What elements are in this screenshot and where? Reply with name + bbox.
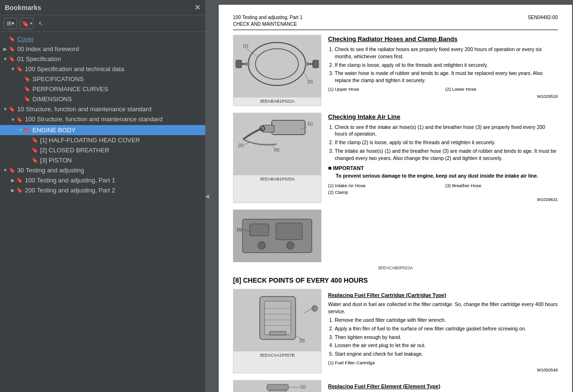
sidebar-item-01-spec[interactable]: ▼ 🔖 01 Specification — [0, 54, 205, 64]
sidebar-item-closed-breather[interactable]: 🔖 [2] CLOSED BREATHER — [0, 145, 205, 155]
big-section-heading: [8] CHECK POINTS OF EVERY 400 HOURS — [233, 276, 558, 286]
svg-text:(1): (1) — [243, 43, 248, 48]
expander-expanded: ▼ — [2, 168, 9, 173]
intake-steps: Check to see if the intake air hose(s) (… — [328, 124, 558, 161]
ref-item: (1) Upper Hose — [328, 86, 441, 92]
expander-expanded: ▼ — [2, 106, 9, 112]
expander-expanded: ▼ — [17, 127, 24, 133]
sidebar-item-label: 100 Structure, function and maintenance … — [25, 116, 203, 124]
doc-header-subtitle: CHECK AND MAINTENANCE — [233, 21, 302, 28]
sidebar-item-piston[interactable]: 🔖 [3] PISTON — [0, 155, 205, 165]
svg-rect-25 — [250, 224, 269, 236]
expand-all-button[interactable]: ⊞▾ — [4, 18, 17, 29]
fuel-element-image: (1) (2) (3) (4) (5) (6) 3EEABAB1P023A — [233, 380, 321, 392]
bookmark-icon: 🔖 — [9, 46, 15, 52]
sidebar-item-dimensions[interactable]: 🔖 DIMENSIONS — [0, 94, 205, 104]
svg-point-28 — [286, 242, 294, 249]
fuel-element-diagram: (1) (2) (3) (4) (5) (6) — [233, 381, 321, 392]
bookmarks-sidebar: Bookmarks ✕ ⊞▾ 🔖▾ ↖ 🔖 Cover ▶ 🔖 00 Index… — [0, 0, 205, 392]
engine-image-caption: 3EEACAB0P023A — [233, 264, 558, 272]
sidebar-item-cover[interactable]: 🔖 Cover — [0, 34, 205, 44]
expander-collapsed: ▶ — [2, 46, 9, 52]
sidebar-item-label: 100 Testing and adjusting, Part 1 — [25, 177, 203, 184]
svg-text:(1): (1) — [300, 384, 306, 389]
step-item: Check to see if the intake air hose(s) (… — [335, 124, 558, 138]
svg-rect-33 — [265, 301, 291, 335]
intake-image: (1) (2) (3) 3EEABAB1P025A — [233, 113, 321, 203]
ref-item: (2) Lower Hose — [446, 86, 558, 92]
bookmark-icon: 🔖 — [24, 127, 31, 133]
sidebar-item-label: 01 Specification — [17, 55, 203, 63]
sidebar-item-label: 200 Testing and adjusting, Part 2 — [25, 187, 203, 194]
sidebar-item-100-testing[interactable]: ▶ 🔖 100 Testing and adjusting, Part 1 — [0, 175, 205, 185]
sidebar-item-label: PERFORMANCE CURVES — [32, 85, 203, 93]
sidebar-item-label: SPECIFICATIONS — [32, 75, 203, 83]
important-square-icon: ■ — [328, 165, 331, 171]
sidebar-item-00-index[interactable]: ▶ 🔖 00 Index and foreword — [0, 44, 205, 54]
sidebar-item-100-structure[interactable]: ▼ 🔖 100 Structure, function and maintena… — [0, 114, 205, 125]
bookmark-icon: 🔖 — [16, 66, 23, 72]
main-content: 100 Testing and adjusting, Part 1 CHECK … — [209, 0, 573, 392]
sidebar-item-10-structure[interactable]: ▼ 🔖 10 Structure, function and maintenan… — [0, 104, 205, 114]
svg-rect-14 — [272, 120, 305, 135]
svg-rect-38 — [269, 331, 286, 335]
ref-item: (1) Fuel Filter Cartridge — [328, 360, 441, 366]
close-button[interactable]: ✕ — [194, 3, 201, 12]
sidebar-toolbar: ⊞▾ 🔖▾ ↖ — [0, 15, 205, 32]
svg-rect-45 — [269, 390, 286, 392]
expander-expanded: ▼ — [10, 66, 16, 72]
w-code: W1029631 — [328, 197, 558, 203]
sidebar-item-label: DIMENSIONS — [32, 95, 203, 103]
bookmark-icon: 🔖 — [9, 167, 15, 173]
sidebar-item-label: [3] PISTON — [40, 157, 203, 164]
ref-item: (3) Breather Hose — [446, 182, 558, 189]
step-item: The intake air hose(s) (1) and the breat… — [335, 148, 558, 161]
bookmark-options-button[interactable]: 🔖▾ — [20, 18, 33, 29]
svg-rect-44 — [267, 384, 288, 390]
fuel-cartridge-caption: 3EEACAA1P057B — [258, 351, 297, 360]
bookmark-icon: 🔖 — [24, 96, 31, 102]
radiator-text: Checking Radiator Hoses and Clamp Bands … — [328, 35, 558, 106]
bookmark-icon: 🔖 — [24, 86, 31, 92]
radiator-steps: Check to see if the radiator hoses are p… — [328, 46, 558, 84]
sidebar-item-specifications[interactable]: 🔖 SPECIFICATIONS — [0, 74, 205, 84]
expander-collapsed: ▶ — [10, 178, 16, 183]
step-item: If the clamp (2) is loose, apply oil to … — [335, 139, 558, 146]
resize-handle[interactable]: ◀ — [205, 0, 209, 392]
radiator-image-caption: 3EEABAB1P022A — [258, 97, 297, 106]
sidebar-item-30-testing[interactable]: ▼ 🔖 30 Testing and adjusting — [0, 165, 205, 175]
intake-image-caption: 3EEABAB1P025A — [258, 175, 297, 183]
fuel-cartridge-steps: Remove the used filter cartridge with fi… — [328, 317, 558, 357]
svg-text:(1): (1) — [308, 121, 313, 126]
document-page: 100 Testing and adjusting, Part 1 CHECK … — [219, 5, 572, 392]
sidebar-item-100-spec[interactable]: ▼ 🔖 100 Specification and technical data — [0, 64, 205, 74]
expander-expanded: ▼ — [10, 117, 16, 122]
important-block: ■ IMPORTANT To prevent serious damage to… — [328, 164, 558, 179]
ref-item — [446, 189, 558, 195]
svg-point-27 — [258, 242, 265, 249]
expander-collapsed: ▶ — [10, 188, 16, 193]
fuel-cartridge-refs: (1) Fuel Filter Cartridge — [328, 360, 558, 366]
intake-heading: Checking Intake Air Line — [328, 113, 558, 121]
sidebar-tree: 🔖 Cover ▶ 🔖 00 Index and foreword ▼ 🔖 01… — [0, 32, 205, 392]
svg-rect-26 — [276, 223, 302, 240]
bookmark-icon: 🔖 — [9, 56, 15, 62]
ref-item: (1) Intake Air Hose — [328, 182, 441, 189]
bookmark-icon: 🔖 — [9, 106, 15, 112]
important-label: IMPORTANT — [333, 165, 364, 171]
sidebar-item-half-floating[interactable]: 🔖 [1] HALF-FLOATING HEAD COVER — [0, 135, 205, 145]
fuel-cartridge-diagram: (1) — [233, 289, 321, 351]
step-item: The water hose is made of rubber and ten… — [335, 70, 558, 84]
step-item: Then tighten enough by hand. — [335, 334, 558, 341]
sidebar-title: Bookmarks — [5, 4, 41, 11]
radiator-image: (1) (2) 3EEABAB1P022A — [233, 35, 321, 106]
intake-section: (1) (2) (3) 3EEABAB1P025A Checking Intak… — [233, 113, 558, 203]
sidebar-item-performance[interactable]: 🔖 PERFORMANCE CURVES — [0, 84, 205, 94]
sidebar-item-engine-body[interactable]: ▼ 🔖 ENGINE BODY — [0, 125, 205, 135]
engine-photo-block: (3) 3EEACAB0P023A — [233, 210, 558, 272]
w-code: W1029518 — [328, 94, 558, 100]
sidebar-item-label: 00 Index and foreword — [17, 45, 203, 53]
sidebar-item-200-testing[interactable]: ▶ 🔖 200 Testing and adjusting, Part 2 — [0, 185, 205, 195]
fuel-cartridge-text: Replacing Fuel Filter Cartridge (Cartrid… — [328, 289, 558, 373]
fuel-element-section: (1) (2) (3) (4) (5) (6) 3EEABAB1P023A Re… — [233, 380, 558, 392]
